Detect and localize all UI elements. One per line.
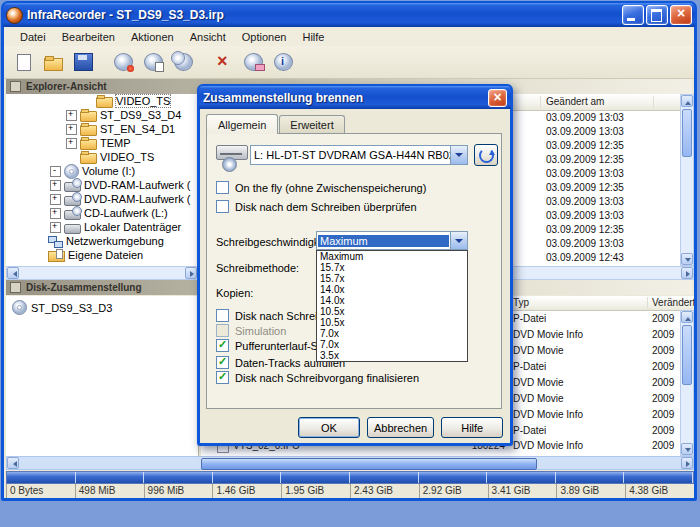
checkbox-icon[interactable] bbox=[216, 339, 229, 352]
close-button[interactable] bbox=[670, 5, 692, 25]
toolbar-button[interactable] bbox=[210, 49, 237, 76]
scroll-down-icon[interactable] bbox=[681, 443, 693, 455]
tree-item[interactable]: DVD-RAM-Laufwerk ( bbox=[6, 178, 198, 192]
checkbox-option[interactable]: On the fly (ohne Zwischenspeicherung) bbox=[216, 181, 426, 194]
disc-header-label: Disk-Zusammenstellung bbox=[26, 282, 142, 293]
tree-expander-icon[interactable] bbox=[50, 166, 61, 177]
checkbox-icon[interactable] bbox=[216, 371, 229, 384]
drive-select[interactable]: L: HL-DT-ST DVDRAM GSA-H44N RB02 bbox=[250, 145, 468, 165]
scrollbar-thumb[interactable] bbox=[682, 325, 692, 385]
file-modified-date: 03.09.2009 13:03 bbox=[546, 126, 624, 137]
scroll-up-icon[interactable] bbox=[681, 95, 693, 107]
scrollbar-thumb[interactable] bbox=[201, 458, 537, 470]
menu-item[interactable]: Datei bbox=[12, 29, 54, 45]
file-list-vertical-scrollbar[interactable] bbox=[680, 94, 694, 266]
toolbar-button[interactable] bbox=[10, 49, 37, 76]
column-typ[interactable]: Typ bbox=[513, 297, 529, 308]
tree-item[interactable]: TEMP bbox=[6, 136, 198, 150]
tree-item[interactable]: Eigene Dateien bbox=[6, 248, 198, 262]
toolbar-button[interactable] bbox=[40, 49, 67, 76]
tree-expander-icon[interactable] bbox=[50, 208, 61, 219]
dialog-tab[interactable]: Allgemein bbox=[206, 114, 278, 134]
file-modified: 2009 bbox=[652, 377, 674, 388]
tree-expander-icon[interactable] bbox=[50, 180, 61, 191]
main-horizontal-scrollbar[interactable] bbox=[6, 456, 694, 470]
menu-item[interactable]: Aktionen bbox=[123, 29, 182, 45]
compilation-vertical-scrollbar[interactable] bbox=[680, 310, 694, 456]
tree-item[interactable]: Netzwerkumgebung bbox=[6, 234, 198, 248]
toolbar-button[interactable] bbox=[70, 49, 97, 76]
menu-bar: DateiBearbeitenAktionenAnsichtOptionenHi… bbox=[4, 27, 694, 47]
dialog-title-bar[interactable]: Zusammenstellung brennen bbox=[199, 86, 511, 109]
toolbar-icon bbox=[44, 58, 63, 71]
checkbox-icon[interactable] bbox=[216, 309, 229, 322]
tree-item[interactable]: VIDEO_TS bbox=[6, 94, 198, 108]
scroll-down-icon[interactable] bbox=[681, 253, 693, 265]
capacity-label: 3.41 GiB bbox=[488, 484, 557, 498]
tree-item[interactable]: Lokaler Datenträger bbox=[6, 220, 198, 234]
tree-item[interactable]: VIDEO_TS bbox=[6, 150, 198, 164]
scroll-right-icon[interactable] bbox=[681, 457, 693, 469]
dialog-close-button[interactable] bbox=[488, 89, 507, 107]
dialog-button[interactable]: Hilfe bbox=[441, 417, 503, 438]
rescan-drives-button[interactable] bbox=[474, 144, 498, 166]
tree-expander-icon[interactable] bbox=[50, 194, 61, 205]
checkbox-icon[interactable] bbox=[216, 181, 229, 194]
menu-item[interactable]: Bearbeiten bbox=[54, 29, 123, 45]
tree-item[interactable]: CD-Laufwerk (L:) bbox=[6, 206, 198, 220]
speed-option[interactable]: 10.5x bbox=[317, 306, 467, 317]
tree-expander-icon[interactable] bbox=[66, 124, 77, 135]
column-separator bbox=[653, 96, 654, 108]
checkbox-icon[interactable] bbox=[216, 356, 229, 369]
tree-expander-icon[interactable] bbox=[66, 138, 77, 149]
scroll-right-icon[interactable] bbox=[681, 267, 693, 279]
dialog-tab[interactable]: Erweitert bbox=[279, 115, 344, 133]
toolbar-button[interactable] bbox=[110, 49, 137, 76]
menu-item[interactable]: Optionen bbox=[234, 29, 295, 45]
title-bar[interactable]: InfraRecorder - ST_DS9_S3_D3.irp bbox=[3, 3, 695, 27]
tree-item[interactable]: ST_EN_S4_D1 bbox=[6, 122, 198, 136]
speed-option[interactable]: 7.0x bbox=[317, 328, 467, 339]
checkbox-option[interactable]: Disk nach Schreibvorgang finalisieren bbox=[216, 371, 419, 384]
checkbox-icon[interactable] bbox=[216, 324, 229, 337]
tree-horizontal-scrollbar[interactable] bbox=[6, 266, 198, 280]
checkbox-icon[interactable] bbox=[216, 200, 229, 213]
scroll-left-icon[interactable] bbox=[7, 457, 19, 469]
checkbox-option[interactable]: Disk nach dem Schreiben überprüfen bbox=[216, 200, 426, 213]
column-veraendert[interactable]: Verändert bbox=[652, 297, 694, 308]
scrollbar-thumb[interactable] bbox=[682, 109, 692, 157]
tree-item[interactable]: ST_DS9_S3_D4 bbox=[6, 108, 198, 122]
file-type: P-Datei bbox=[513, 425, 546, 436]
speed-option[interactable]: 14.0x bbox=[317, 295, 467, 306]
toolbar-button[interactable] bbox=[240, 49, 267, 76]
speed-option[interactable]: 15.7x bbox=[317, 273, 467, 284]
toolbar-button[interactable] bbox=[170, 49, 197, 76]
scroll-right-icon[interactable] bbox=[185, 267, 197, 279]
tree-expander-icon[interactable] bbox=[50, 222, 61, 233]
maximize-button[interactable] bbox=[646, 5, 668, 25]
speed-option[interactable]: 3.5x bbox=[317, 350, 467, 361]
toolbar-button[interactable] bbox=[270, 49, 297, 76]
menu-item[interactable]: Hilfe bbox=[294, 29, 332, 45]
tree-item[interactable]: Volume (I:) bbox=[6, 164, 198, 178]
menu-item[interactable]: Ansicht bbox=[182, 29, 234, 45]
scroll-up-icon[interactable] bbox=[681, 311, 693, 323]
speed-option[interactable]: 10.5x bbox=[317, 317, 467, 328]
copies-label: Kopien: bbox=[216, 287, 253, 299]
speed-option[interactable]: 7.0x bbox=[317, 339, 467, 350]
speed-option[interactable]: 15.7x bbox=[317, 262, 467, 273]
dropdown-arrow-icon[interactable] bbox=[450, 232, 467, 249]
speed-option[interactable]: Maximum bbox=[317, 251, 467, 262]
compilation-item[interactable]: ST_DS9_S3_D3 bbox=[6, 296, 198, 315]
write-speed-select[interactable]: Maximum bbox=[316, 231, 468, 250]
tree-expander-icon[interactable] bbox=[66, 110, 77, 121]
column-geaendert-am[interactable]: Geändert am bbox=[546, 96, 604, 107]
dialog-button[interactable]: Abbrechen bbox=[367, 417, 434, 438]
minimize-button[interactable] bbox=[622, 5, 644, 25]
dialog-button[interactable]: OK bbox=[298, 417, 360, 438]
tree-item[interactable]: DVD-RAM-Laufwerk ( bbox=[6, 192, 198, 206]
speed-option[interactable]: 14.0x bbox=[317, 284, 467, 295]
dropdown-arrow-icon[interactable] bbox=[450, 146, 467, 164]
toolbar-button[interactable] bbox=[140, 49, 167, 76]
scroll-left-icon[interactable] bbox=[7, 267, 19, 279]
